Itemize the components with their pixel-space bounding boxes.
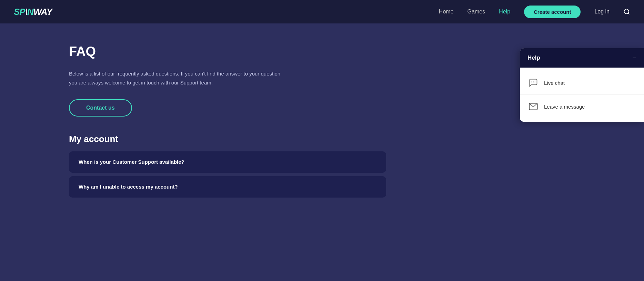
nav-help[interactable]: Help <box>499 9 510 15</box>
help-panel-header: Help − <box>520 48 644 68</box>
nav-games[interactable]: Games <box>467 9 485 15</box>
nav-home[interactable]: Home <box>439 9 454 15</box>
faq-item-1[interactable]: When is your Customer Support available? <box>69 151 386 173</box>
leave-message-option[interactable]: Leave a message <box>520 95 644 118</box>
content-area: FAQ Below is a list of our frequently as… <box>0 44 414 198</box>
live-chat-option[interactable]: Live chat <box>520 71 644 95</box>
mail-icon <box>528 102 539 111</box>
header: SPINWAY Home Games Help Create account L… <box>0 0 644 23</box>
live-chat-label: Live chat <box>544 80 565 86</box>
my-account-title: My account <box>69 134 414 144</box>
logo-text: SPINWAY <box>14 7 52 16</box>
help-minimize-button[interactable]: − <box>632 54 636 61</box>
chat-icon <box>528 78 539 88</box>
logo: SPINWAY <box>14 7 52 16</box>
faq-question-1: When is your Customer Support available? <box>79 159 184 165</box>
help-panel-title: Help <box>527 54 540 61</box>
help-panel-body: Live chat Leave a message <box>520 68 644 122</box>
faq-question-2: Why am I unable to access my account? <box>79 184 178 190</box>
svg-line-1 <box>628 13 630 14</box>
search-icon <box>623 8 630 15</box>
leave-message-label: Leave a message <box>544 104 585 110</box>
main-nav: Home Games Help Create account Log in <box>439 6 630 18</box>
faq-title: FAQ <box>69 44 414 59</box>
login-button[interactable]: Log in <box>594 9 610 15</box>
faq-description: Below is a list of our frequently asked … <box>69 69 283 87</box>
faq-item-2[interactable]: Why am I unable to access my account? <box>69 176 386 198</box>
help-panel: Help − Live chat Leave a messag <box>520 48 644 122</box>
svg-point-0 <box>624 9 629 14</box>
create-account-button[interactable]: Create account <box>524 6 581 18</box>
contact-us-button[interactable]: Contact us <box>69 99 132 117</box>
search-button[interactable] <box>623 8 630 15</box>
